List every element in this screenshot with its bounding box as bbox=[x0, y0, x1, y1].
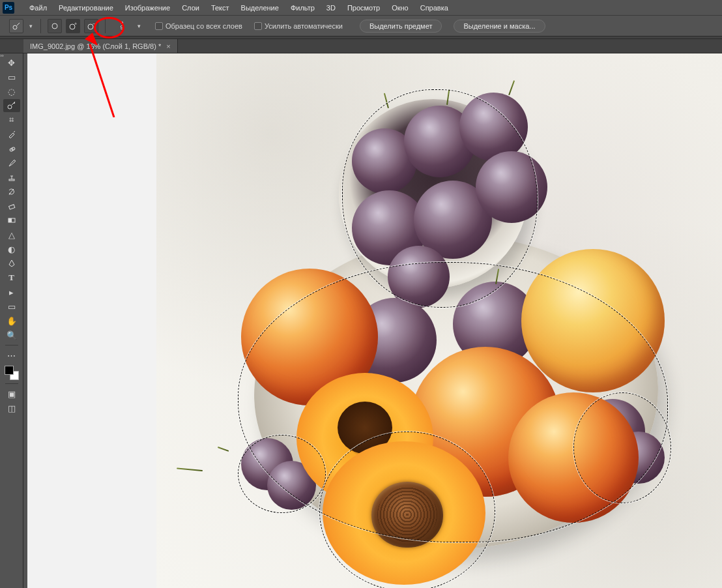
document-tab-title: IMG_9002.jpg @ 16% (Слой 1, RGB/8) * bbox=[30, 42, 161, 50]
healing-tool[interactable] bbox=[3, 142, 20, 155]
eyedropper-tool[interactable] bbox=[3, 128, 20, 141]
sample-all-label: Образец со всех слоев bbox=[166, 22, 242, 30]
brush-size-picker[interactable]: 9 bbox=[112, 18, 132, 34]
stamp-tool[interactable] bbox=[3, 171, 20, 184]
gradient-tool[interactable] bbox=[3, 214, 20, 227]
separator bbox=[5, 345, 18, 345]
plum-stem bbox=[177, 468, 203, 471]
crop-tool[interactable]: ⌗ bbox=[3, 113, 20, 126]
pen-tool[interactable] bbox=[3, 257, 20, 270]
svg-point-6 bbox=[8, 105, 12, 109]
shape-tool[interactable]: ▭ bbox=[3, 300, 20, 313]
peach-half bbox=[323, 441, 485, 585]
svg-rect-10 bbox=[8, 205, 14, 209]
plum-stem bbox=[218, 447, 229, 452]
svg-point-0 bbox=[13, 25, 17, 29]
menu-bar: Ps Файл Редактирование Изображение Слои … bbox=[0, 0, 722, 16]
dodge-tool[interactable]: ◐ bbox=[3, 243, 20, 256]
document-tab[interactable]: IMG_9002.jpg @ 16% (Слой 1, RGB/8) * × bbox=[23, 39, 178, 53]
auto-enhance-option[interactable]: Усилить автоматически bbox=[254, 22, 343, 30]
hand-tool[interactable]: ✋ bbox=[3, 314, 20, 327]
plum bbox=[459, 93, 528, 161]
color-swatches[interactable] bbox=[5, 366, 19, 380]
blur-tool[interactable]: △ bbox=[3, 228, 20, 241]
tool-panel: ›› ✥ ▭ ◌ ⌗ △ ◐ T ▸ ▭ ✋ 🔍 ⋯ ▣ ◫ bbox=[0, 53, 23, 588]
marquee-tool[interactable]: ▭ bbox=[3, 70, 20, 83]
menu-select[interactable]: Выделение bbox=[235, 1, 285, 14]
separator bbox=[105, 19, 106, 33]
checkbox-icon[interactable] bbox=[254, 22, 262, 30]
new-selection-icon[interactable] bbox=[48, 19, 62, 33]
canvas-edge bbox=[23, 53, 27, 588]
eraser-tool[interactable] bbox=[3, 199, 20, 213]
subtract-selection-icon[interactable]: − bbox=[84, 19, 98, 33]
menu-layers[interactable]: Слои bbox=[176, 1, 205, 14]
menu-view[interactable]: Просмотр bbox=[341, 1, 386, 14]
svg-rect-12 bbox=[8, 218, 12, 222]
history-brush-tool[interactable] bbox=[3, 185, 20, 198]
menu-edit[interactable]: Редактирование bbox=[53, 1, 119, 14]
brush-tool[interactable] bbox=[3, 156, 20, 169]
document-tab-bar: IMG_9002.jpg @ 16% (Слой 1, RGB/8) * × bbox=[0, 39, 722, 53]
quick-mask-toggle[interactable]: ▣ bbox=[3, 387, 20, 400]
svg-text:+: + bbox=[74, 22, 77, 26]
peach bbox=[508, 392, 639, 523]
sample-all-layers-option[interactable]: Образец со всех слоев bbox=[155, 22, 242, 30]
auto-enhance-label: Усилить автоматически bbox=[265, 22, 343, 30]
edit-toolbar[interactable]: ⋯ bbox=[3, 349, 20, 362]
canvas-area[interactable] bbox=[23, 53, 722, 588]
plum-stem bbox=[384, 93, 389, 109]
svg-point-7 bbox=[14, 102, 15, 104]
svg-point-1 bbox=[52, 23, 57, 29]
tool-preset-icon[interactable] bbox=[9, 19, 23, 33]
add-selection-icon[interactable]: + bbox=[66, 19, 80, 33]
plum bbox=[476, 151, 547, 223]
select-and-mask-button[interactable]: Выделение и маска... bbox=[454, 20, 545, 33]
peach-pit bbox=[371, 482, 443, 548]
menu-file[interactable]: Файл bbox=[23, 1, 53, 14]
foreground-color-swatch[interactable] bbox=[5, 366, 14, 375]
menu-filter[interactable]: Фильтр bbox=[285, 1, 321, 14]
select-subject-button[interactable]: Выделить предмет bbox=[360, 20, 442, 33]
options-bar: ▾ + − 9 ▾ Образец со всех слоев Усилить … bbox=[0, 16, 722, 37]
svg-rect-9 bbox=[9, 179, 14, 181]
plum-stem bbox=[508, 80, 515, 95]
screen-mode-toggle[interactable]: ◫ bbox=[3, 402, 20, 415]
peach bbox=[521, 249, 665, 392]
tool-preset-dropdown[interactable]: ▾ bbox=[27, 23, 34, 29]
lasso-tool[interactable]: ◌ bbox=[3, 85, 20, 98]
path-selection-tool[interactable]: ▸ bbox=[3, 286, 20, 299]
type-tool[interactable]: T bbox=[3, 271, 20, 284]
checkbox-icon[interactable] bbox=[155, 22, 163, 30]
menu-help[interactable]: Справка bbox=[414, 1, 454, 14]
close-icon[interactable]: × bbox=[166, 42, 170, 50]
separator bbox=[40, 19, 41, 33]
menu-3d[interactable]: 3D bbox=[321, 1, 341, 14]
svg-text:−: − bbox=[93, 22, 95, 26]
menu-image[interactable]: Изображение bbox=[119, 1, 176, 14]
zoom-tool[interactable]: 🔍 bbox=[3, 329, 20, 342]
separator bbox=[5, 383, 18, 384]
document-image[interactable] bbox=[156, 53, 722, 588]
app-logo: Ps bbox=[3, 2, 14, 14]
menu-text[interactable]: Текст bbox=[205, 1, 235, 14]
menu-window[interactable]: Окно bbox=[386, 1, 414, 14]
move-tool[interactable]: ✥ bbox=[3, 56, 20, 69]
brush-size-dropdown[interactable]: ▾ bbox=[136, 23, 142, 29]
brush-size-value: 9 bbox=[120, 24, 123, 31]
quick-selection-tool[interactable] bbox=[3, 99, 20, 112]
